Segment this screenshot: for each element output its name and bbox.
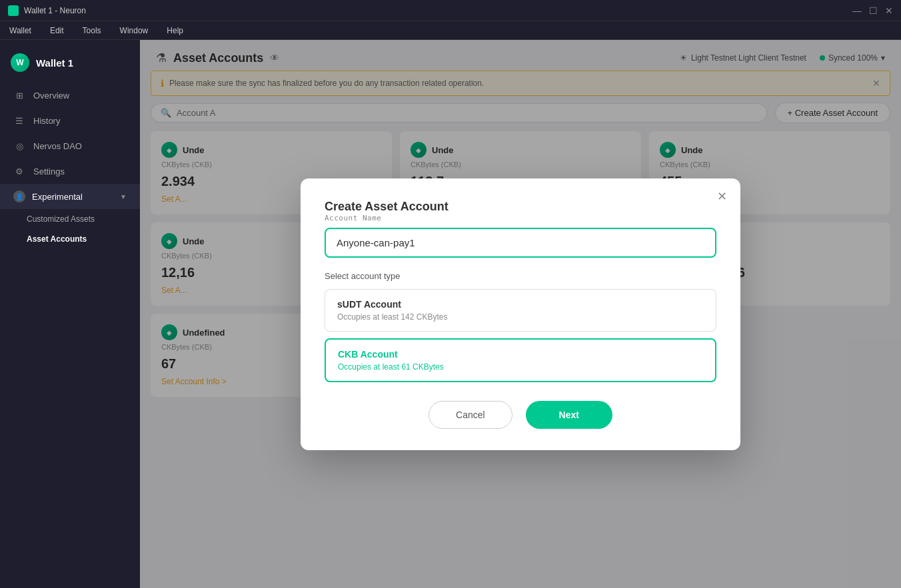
menubar: Wallet Edit Tools Window Help — [0, 21, 901, 40]
settings-icon: ⚙ — [13, 165, 25, 177]
close-button[interactable]: ✕ — [885, 7, 893, 15]
main-content: ⚗ Asset Accounts 👁 ☀ Light Testnet Light… — [140, 40, 901, 588]
sidebar-item-asset-accounts[interactable]: Asset Accounts — [0, 229, 140, 249]
wallet-icon: W — [11, 53, 29, 72]
menu-window[interactable]: Window — [116, 25, 153, 37]
chevron-down-icon: ▼ — [120, 193, 127, 200]
menu-wallet[interactable]: Wallet — [5, 25, 35, 37]
app-icon — [8, 5, 19, 16]
sidebar-overview-label: Overview — [33, 91, 69, 101]
asset-accounts-label: Asset Accounts — [27, 234, 87, 244]
create-asset-account-modal: Create Asset Account ✕ Account Name Sele… — [301, 178, 740, 450]
titlebar-title: Wallet 1 - Neuron — [24, 6, 86, 15]
history-icon: ☰ — [13, 115, 25, 127]
ckb-account-option[interactable]: CKB Account Occupies at least 61 CKBytes — [325, 338, 716, 382]
modal-actions: Cancel Next — [325, 401, 716, 429]
modal-close-button[interactable]: ✕ — [717, 189, 727, 204]
menu-tools[interactable]: Tools — [79, 25, 105, 37]
wallet-header[interactable]: W Wallet 1 — [0, 48, 140, 83]
overview-icon: ⊞ — [13, 89, 25, 101]
menu-help[interactable]: Help — [163, 25, 187, 37]
sudt-account-desc: Occupies at least 142 CKBytes — [337, 312, 704, 322]
modal-overlay: Create Asset Account ✕ Account Name Sele… — [140, 40, 901, 588]
experimental-label: Experimental — [32, 192, 83, 202]
sidebar-experimental[interactable]: 👤 Experimental ▼ — [0, 184, 140, 209]
account-name-input[interactable] — [325, 228, 716, 258]
modal-title: Create Asset Account — [325, 200, 449, 213]
sudt-account-name: sUDT Account — [337, 299, 704, 310]
next-button[interactable]: Next — [526, 401, 612, 429]
sidebar-item-settings[interactable]: ⚙ Settings — [0, 158, 140, 184]
menu-edit[interactable]: Edit — [46, 25, 68, 37]
sidebar-item-history[interactable]: ☰ History — [0, 108, 140, 133]
sidebar: W Wallet 1 ⊞ Overview ☰ History ◎ Nervos… — [0, 40, 140, 588]
ckb-account-desc: Occupies at least 61 CKBytes — [338, 362, 703, 372]
sidebar-nervos-dao-label: Nervos DAO — [33, 141, 82, 151]
ckb-account-name: CKB Account — [338, 349, 703, 360]
sidebar-item-nervos-dao[interactable]: ◎ Nervos DAO — [0, 133, 140, 158]
maximize-button[interactable]: ☐ — [869, 7, 877, 15]
titlebar: Wallet 1 - Neuron — ☐ ✕ — [0, 0, 901, 21]
sidebar-settings-label: Settings — [33, 166, 65, 176]
experimental-icon: 👤 — [13, 190, 25, 202]
cancel-button[interactable]: Cancel — [429, 401, 512, 429]
sidebar-item-overview[interactable]: ⊞ Overview — [0, 83, 140, 108]
account-name-label: Account Name — [325, 214, 716, 222]
sidebar-item-customized-assets[interactable]: Customized Assets — [0, 209, 140, 229]
customized-assets-label: Customized Assets — [27, 214, 95, 224]
minimize-button[interactable]: — — [853, 7, 861, 15]
nervos-dao-icon: ◎ — [13, 140, 25, 152]
wallet-name: Wallet 1 — [36, 57, 73, 69]
sudt-account-option[interactable]: sUDT Account Occupies at least 142 CKByt… — [325, 289, 716, 332]
window-controls: — ☐ ✕ — [853, 7, 893, 15]
sidebar-history-label: History — [33, 116, 60, 126]
select-type-label: Select account type — [325, 271, 716, 281]
